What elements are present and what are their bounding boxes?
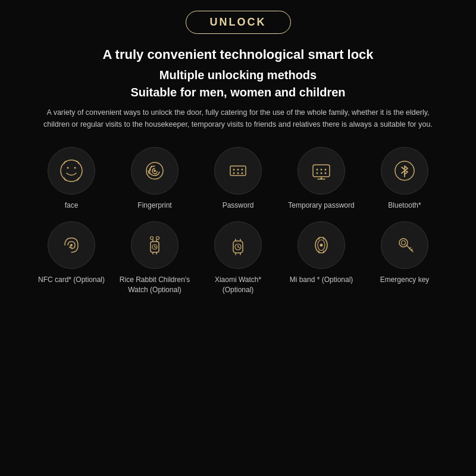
svg-point-32 [156,236,159,239]
svg-line-30 [155,247,156,248]
icon-circle-password [214,147,262,195]
emergency-key-icon [392,232,418,258]
icons-row-2: NFC card* (Optional) Rice Rabbit Childre… [0,221,476,295]
icon-item-fingerprint: Fingerprint [116,147,193,211]
description: A variety of convenient ways to unlock t… [36,107,440,130]
icon-label-mi-band: Mi band * (Optional) [290,275,353,285]
svg-point-7 [242,169,243,171]
icon-item-xiaomi-watch: Xiaomi Watch* (Optional) [199,221,277,295]
svg-point-8 [233,173,235,174]
icon-label-bluetooth: Bluetooth* [388,201,421,211]
icon-circle-bluetooth [381,147,428,195]
icon-item-mi-band: Mi band * (Optional) [283,221,360,285]
icons-row-1: face Fingerprint [0,147,476,211]
svg-point-15 [321,169,322,171]
icon-circle-nfc [48,221,95,269]
svg-point-49 [402,240,406,245]
icon-circle-emergency-key [381,221,428,269]
icon-item-nfc: NFC card* (Optional) [33,221,110,285]
icon-circle-temp-password [298,147,345,195]
icon-item-password: Password [199,147,277,211]
svg-point-16 [325,169,327,171]
svg-point-14 [317,169,318,171]
svg-rect-11 [313,165,330,177]
svg-point-31 [151,236,154,239]
svg-point-22 [70,244,73,246]
icon-circle-xiaomi-watch [214,221,262,269]
icon-label-face: face [65,201,79,211]
svg-point-10 [242,173,243,174]
icon-item-emergency-key: Emergency key [366,221,443,285]
temp-password-icon [308,158,334,184]
icon-item-temp-password: Temporary password [283,147,360,211]
icon-label-password: Password [223,201,254,211]
nfc-icon [58,232,84,258]
icon-circle-mi-band [298,221,345,269]
icon-circle-face [48,147,95,195]
icon-label-emergency-key: Emergency key [380,275,430,285]
svg-point-9 [237,173,239,174]
svg-point-17 [317,173,318,174]
svg-point-6 [237,169,239,171]
icon-circle-rabbit-watch [131,221,178,269]
bluetooth-icon [392,158,418,184]
headline: A truly convenient technological smart l… [102,47,373,62]
icon-circle-fingerprint [131,147,178,195]
icon-label-nfc: NFC card* (Optional) [38,275,105,285]
rabbit-watch-icon [142,232,168,258]
svg-line-40 [238,247,240,248]
icon-item-face: face [33,147,110,211]
unlock-badge: UNLOCK [186,11,291,34]
subheadline: Multiple unlocking methods [159,68,317,82]
icon-label-xiaomi-watch: Xiaomi Watch* (Optional) [199,275,277,295]
password-icon [225,158,251,184]
svg-point-19 [325,173,327,174]
svg-point-3 [154,170,156,172]
tagline: Suitable for men, women and children [130,86,345,99]
svg-rect-4 [230,166,246,176]
icon-label-temp-password: Temporary password [288,201,354,211]
icon-label-rabbit-watch: Rice Rabbit Children's Watch (Optional) [116,275,193,295]
icon-item-rabbit-watch: Rice Rabbit Children's Watch (Optional) [116,221,193,295]
svg-point-5 [233,169,235,171]
fingerprint-icon [142,158,168,184]
icon-label-fingerprint: Fingerprint [137,201,171,211]
mi-band-icon [308,232,334,258]
svg-point-1 [67,167,69,169]
svg-point-18 [321,173,322,174]
svg-point-2 [74,167,76,169]
svg-point-47 [320,243,323,246]
xiaomi-watch-icon [225,232,251,258]
icon-item-bluetooth: Bluetooth* [366,147,443,211]
face-icon [58,158,84,184]
